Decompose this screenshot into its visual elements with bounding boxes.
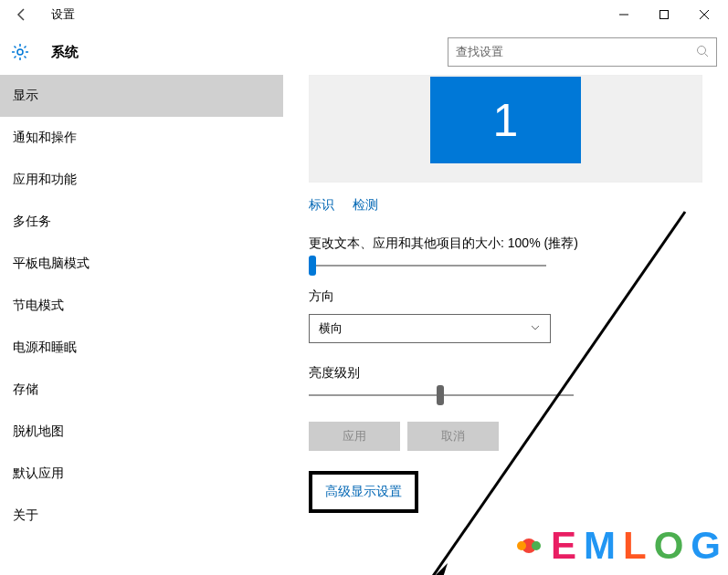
sidebar-item-apps[interactable]: 应用和功能 [0,159,283,201]
sidebar-item-default-apps[interactable]: 默认应用 [0,453,283,495]
scale-slider[interactable] [309,265,546,267]
sidebar-item-tablet[interactable]: 平板电脑模式 [0,243,283,285]
header-title: 系统 [51,44,79,61]
svg-point-4 [17,49,23,55]
monitor-preview[interactable]: 1 [309,75,702,183]
advanced-link-highlight: 高级显示设置 [309,471,418,513]
gear-icon [11,43,29,61]
scale-slider-thumb[interactable] [309,256,316,276]
brightness-label: 亮度级别 [309,365,702,382]
sidebar: 显示 通知和操作 应用和功能 多任务 平板电脑模式 节电模式 电源和睡眠 存储 … [0,75,283,575]
back-button[interactable] [4,0,40,29]
scale-label: 更改文本、应用和其他项目的大小: 100% (推荐) [309,235,702,252]
search-placeholder: 查找设置 [456,44,503,60]
cancel-button[interactable]: 取消 [407,422,499,451]
identify-link[interactable]: 标识 [309,197,334,214]
sidebar-item-display[interactable]: 显示 [0,75,283,117]
watermark: EMLOG [514,524,721,568]
close-button[interactable] [684,0,724,29]
minimize-button[interactable] [604,0,644,29]
svg-line-6 [705,53,709,57]
orientation-select[interactable]: 横向 [309,314,551,343]
svg-point-11 [532,541,541,550]
orientation-label: 方向 [309,288,702,305]
brightness-slider[interactable] [309,394,574,396]
content-area: 1 标识 检测 更改文本、应用和其他项目的大小: 100% (推荐) 方向 横向… [283,75,728,575]
brightness-slider-thumb[interactable] [437,385,444,405]
search-input[interactable]: 查找设置 [448,37,717,67]
detect-link[interactable]: 检测 [353,197,378,214]
sidebar-item-multitask[interactable]: 多任务 [0,201,283,243]
sidebar-item-maps[interactable]: 脱机地图 [0,411,283,453]
maximize-button[interactable] [644,0,684,29]
sidebar-item-storage[interactable]: 存储 [0,369,283,411]
svg-point-5 [698,46,706,54]
watermark-icon [514,531,543,560]
chevron-down-icon [530,322,541,336]
sidebar-item-battery[interactable]: 节电模式 [0,285,283,327]
monitor-1[interactable]: 1 [430,77,581,163]
apply-button[interactable]: 应用 [309,422,400,451]
orientation-value: 横向 [319,320,343,337]
svg-marker-8 [429,563,448,575]
sidebar-item-power[interactable]: 电源和睡眠 [0,327,283,369]
svg-point-10 [517,541,526,550]
window-title: 设置 [51,6,75,23]
search-icon [696,45,709,60]
svg-rect-1 [660,11,669,19]
sidebar-item-about[interactable]: 关于 [0,495,283,537]
sidebar-item-notifications[interactable]: 通知和操作 [0,117,283,159]
advanced-display-link[interactable]: 高级显示设置 [325,484,402,498]
